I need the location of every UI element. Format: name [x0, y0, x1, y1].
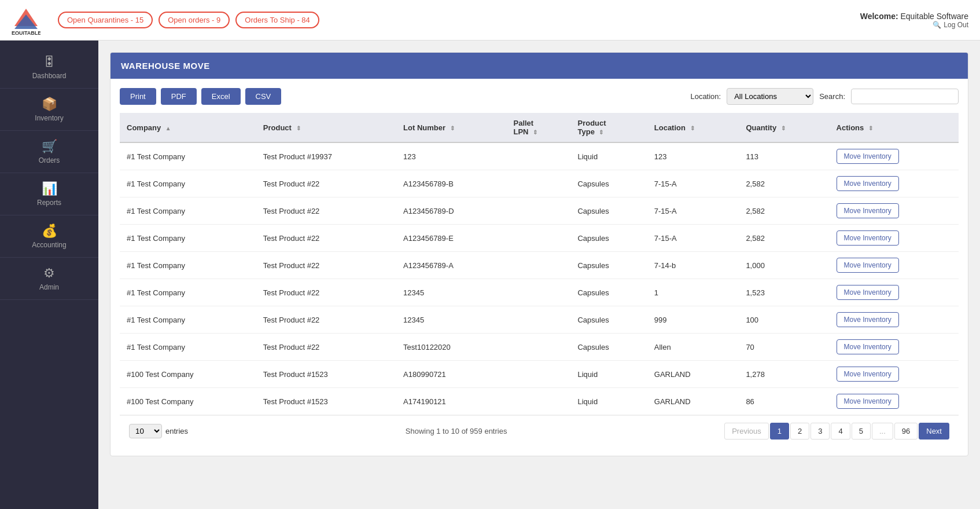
dashboard-icon: 🎛 [43, 54, 56, 69]
sidebar-item-orders[interactable]: 🛒 Orders [0, 131, 98, 173]
cell-lot: A123456789-E [396, 225, 506, 252]
col-quantity[interactable]: Quantity ⇕ [739, 113, 829, 142]
col-location[interactable]: Location ⇕ [647, 113, 739, 142]
sidebar-item-reports[interactable]: 📊 Reports [0, 173, 98, 215]
welcome-user: Equitable Software [900, 12, 968, 21]
cell-location: 7-15-A [647, 225, 739, 252]
cell-lot: A123456789-B [396, 170, 506, 197]
col-lot[interactable]: Lot Number ⇕ [396, 113, 506, 142]
sidebar-label-dashboard: Dashboard [32, 72, 67, 80]
table-row: #100 Test Company Test Product #1523 A18… [120, 361, 959, 388]
page-2-button[interactable]: 2 [790, 423, 809, 440]
cell-pallet [506, 225, 570, 252]
cell-actions: Move Inventory [830, 170, 959, 197]
col-product[interactable]: Product ⇕ [256, 113, 396, 142]
sort-type-icon: ⇕ [599, 129, 603, 136]
pdf-button[interactable]: PDF [161, 88, 197, 105]
sort-location-icon: ⇕ [690, 125, 695, 131]
move-inventory-button[interactable]: Move Inventory [837, 258, 899, 273]
location-label: Location: [690, 92, 721, 101]
cell-type: Capsules [570, 225, 647, 252]
cell-product: Test Product #22 [256, 197, 396, 225]
inventory-icon: 📦 [42, 97, 57, 112]
move-inventory-button[interactable]: Move Inventory [837, 230, 899, 246]
search-input[interactable] [851, 89, 959, 104]
move-inventory-button[interactable]: Move Inventory [837, 339, 899, 354]
move-inventory-button[interactable]: Move Inventory [837, 285, 899, 300]
next-button[interactable]: Next [919, 423, 949, 440]
col-company[interactable]: Company ▲ [120, 113, 256, 142]
page-title: WAREHOUSE MOVE [121, 61, 210, 71]
cell-actions: Move Inventory [830, 361, 959, 388]
sidebar-label-admin: Admin [39, 283, 59, 291]
table-row: #100 Test Company Test Product #1523 A17… [120, 388, 959, 415]
col-actions[interactable]: Actions ⇕ [830, 113, 959, 142]
toolbar: Print PDF Excel CSV Location: All Locati… [120, 88, 959, 105]
accounting-icon: 💰 [42, 224, 57, 239]
open-orders-badge[interactable]: Open orders - 9 [159, 12, 230, 28]
cell-type: Liquid [570, 361, 647, 388]
cell-actions: Move Inventory [830, 334, 959, 361]
move-inventory-button[interactable]: Move Inventory [837, 394, 899, 409]
page-1-button[interactable]: 1 [770, 423, 789, 440]
move-inventory-button[interactable]: Move Inventory [837, 176, 899, 191]
cell-location: GARLAND [647, 388, 739, 415]
logo-icon: EQUITABLE SOFTWARE [12, 6, 40, 35]
col-pallet[interactable]: PalletLPN ⇕ [506, 113, 570, 142]
cell-product: Test Product #22 [256, 279, 396, 306]
cell-type: Capsules [570, 279, 647, 306]
orders-to-ship-badge[interactable]: Orders To Ship - 84 [235, 12, 319, 28]
cell-actions: Move Inventory [830, 306, 959, 334]
table-row: #1 Test Company Test Product #22 12345 C… [120, 279, 959, 306]
layout: 🎛 Dashboard 📦 Inventory 🛒 Orders 📊 Repor… [0, 41, 980, 509]
prev-button[interactable]: Previous [724, 423, 769, 440]
move-inventory-button[interactable]: Move Inventory [837, 312, 899, 327]
cell-quantity: 1,278 [739, 361, 829, 388]
cell-pallet [506, 361, 570, 388]
sidebar-label-inventory: Inventory [35, 114, 63, 122]
cell-quantity: 86 [739, 388, 829, 415]
cell-quantity: 2,582 [739, 197, 829, 225]
cell-lot: A180990721 [396, 361, 506, 388]
cell-company: #1 Test Company [120, 225, 256, 252]
move-inventory-button[interactable]: Move Inventory [837, 367, 899, 382]
sidebar-item-admin[interactable]: ⚙ Admin [0, 258, 98, 300]
cell-type: Capsules [570, 334, 647, 361]
entries-label: entries [165, 427, 188, 435]
sidebar-item-dashboard[interactable]: 🎛 Dashboard [0, 46, 98, 89]
cell-location: 7-15-A [647, 197, 739, 225]
open-quarantines-badge[interactable]: Open Quarantines - 15 [58, 12, 153, 28]
page-5-button[interactable]: 5 [852, 423, 871, 440]
cell-quantity: 2,582 [739, 225, 829, 252]
excel-button[interactable]: Excel [201, 88, 241, 105]
table-row: #1 Test Company Test Product #22 A123456… [120, 197, 959, 225]
sidebar-item-accounting[interactable]: 💰 Accounting [0, 215, 98, 258]
csv-button[interactable]: CSV [245, 88, 282, 105]
sort-company-icon: ▲ [165, 125, 171, 131]
cell-type: Liquid [570, 388, 647, 415]
move-inventory-button[interactable]: Move Inventory [837, 203, 899, 218]
cell-lot: 123 [396, 142, 506, 170]
svg-text:EQUITABLE: EQUITABLE [12, 30, 40, 35]
logout-link[interactable]: 🔍 Log Out [860, 21, 968, 29]
cell-pallet [506, 388, 570, 415]
move-inventory-button[interactable]: Move Inventory [837, 149, 899, 164]
sidebar-item-inventory[interactable]: 📦 Inventory [0, 89, 98, 131]
reports-icon: 📊 [42, 181, 57, 196]
cell-quantity: 70 [739, 334, 829, 361]
sidebar-label-orders: Orders [39, 156, 60, 164]
welcome-label: Welcome: [860, 12, 898, 21]
entries-per-page-select[interactable]: 10 25 50 100 [129, 424, 162, 438]
cell-quantity: 1,523 [739, 279, 829, 306]
col-type[interactable]: ProductType ⇕ [570, 113, 647, 142]
location-select[interactable]: All Locations [727, 88, 813, 105]
cell-actions: Move Inventory [830, 142, 959, 170]
page-4-button[interactable]: 4 [831, 423, 850, 440]
top-header: EQUITABLE SOFTWARE Open Quarantines - 15… [0, 0, 980, 41]
sort-quantity-icon: ⇕ [781, 125, 786, 131]
page-96-button[interactable]: 96 [894, 423, 918, 440]
page-3-button[interactable]: 3 [810, 423, 830, 440]
print-button[interactable]: Print [120, 88, 156, 105]
cell-company: #100 Test Company [120, 361, 256, 388]
sidebar-label-reports: Reports [37, 199, 61, 207]
